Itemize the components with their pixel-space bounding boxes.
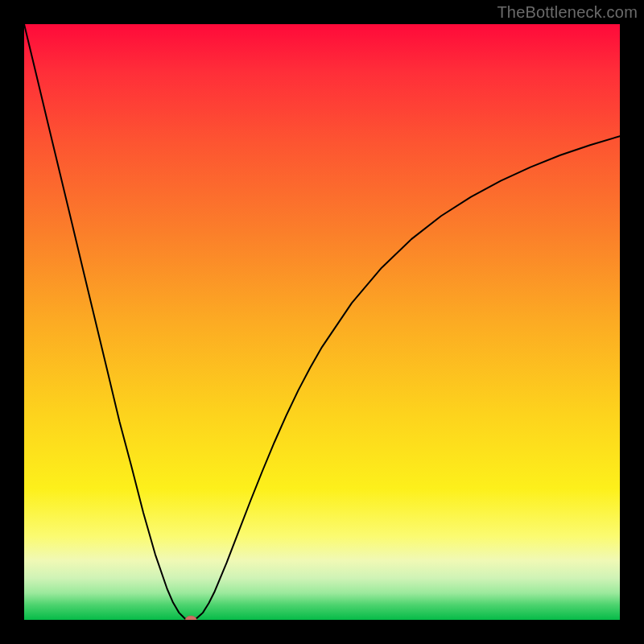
plot-area xyxy=(24,24,620,620)
minimum-marker xyxy=(185,616,196,620)
bottleneck-curve xyxy=(24,24,620,620)
chart-frame: TheBottleneck.com xyxy=(0,0,644,644)
curve-svg xyxy=(24,24,620,620)
watermark-text: TheBottleneck.com xyxy=(497,3,638,22)
